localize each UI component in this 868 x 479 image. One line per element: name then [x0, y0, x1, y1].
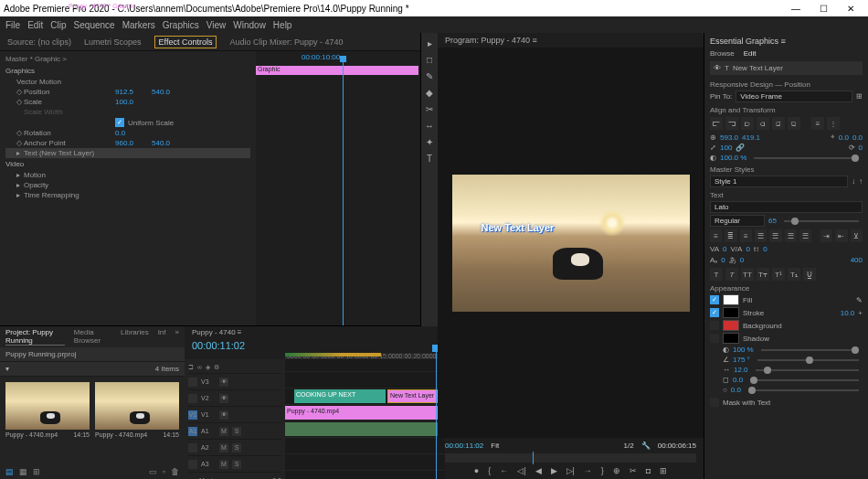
text-justify-last-left-icon[interactable]: ☰ [769, 229, 781, 242]
eg-tab-browse[interactable]: Browse [710, 49, 735, 58]
ec-playhead[interactable] [343, 60, 344, 325]
bg-swatch[interactable] [723, 320, 739, 331]
play-button[interactable]: ▶ [551, 466, 557, 475]
track-solo-a2[interactable]: S [232, 443, 241, 452]
text-justify-last-right-icon[interactable]: ☰ [799, 229, 811, 242]
align-center-v-icon[interactable]: ⫑ [772, 117, 785, 130]
eg-stroke-width[interactable]: 10.0 [841, 309, 855, 317]
text-align-right-icon[interactable]: ≡ [740, 229, 752, 242]
lift-button[interactable]: ⊕ [613, 466, 620, 475]
eg-sh-opacity[interactable]: 100 % [733, 346, 754, 354]
text-justify-last-center-icon[interactable]: ☰ [785, 229, 797, 242]
text-justify-icon[interactable]: ☰ [755, 229, 767, 242]
resolution-dropdown[interactable]: 1/2 [624, 442, 634, 450]
shadow-swatch[interactable] [723, 333, 739, 344]
menu-edit[interactable]: Edit [27, 20, 43, 30]
tab-effect-controls[interactable]: Effect Controls [154, 36, 217, 48]
eg-tracking[interactable]: 0 [723, 245, 726, 253]
track-target-a3[interactable] [188, 460, 197, 469]
track-target-a2[interactable] [188, 443, 197, 452]
timeline-playhead[interactable] [436, 345, 437, 479]
ec-timeline[interactable]: 00:00:10:00 Graphic [256, 51, 420, 325]
play-backward-button[interactable]: ◀ [535, 466, 542, 475]
text-align-left-icon[interactable]: ≡ [710, 229, 722, 242]
eg-tsume[interactable]: 0 [740, 256, 744, 264]
list-view-icon[interactable]: ▤ [5, 467, 14, 476]
track-mute-a1[interactable]: M [219, 427, 228, 436]
rectangle-tool-icon[interactable]: □ [424, 55, 435, 66]
wrench-icon[interactable]: 🔧 [641, 442, 651, 450]
clip-video-v1[interactable]: Puppy - 4740.mp4 [285, 406, 457, 420]
timeline-ruler[interactable]: :00 00:00:05:00 00:00:10:00 00:00:15:00 … [285, 353, 445, 359]
track-target-v2[interactable] [188, 394, 197, 403]
bg-checkbox[interactable] [710, 321, 719, 330]
text-overlay[interactable]: New Text Layer [482, 222, 555, 233]
align-center-h-icon[interactable]: ⫎ [725, 117, 738, 130]
indent-icon[interactable]: ⇥ [820, 229, 832, 242]
snap-icon[interactable]: ⊐ [188, 364, 194, 371]
eg-pos-x[interactable]: 593.0 [720, 133, 738, 142]
track-visible-v1[interactable]: 👁 [219, 410, 228, 420]
outdent-icon[interactable]: ⇤ [835, 229, 847, 242]
keyframe-icon[interactable]: ◇ [16, 129, 24, 137]
sh-ang-slider[interactable] [757, 359, 859, 361]
allcaps-icon[interactable]: TT [741, 268, 754, 281]
add-stroke-icon[interactable]: + [858, 309, 863, 317]
sh-op-slider[interactable] [761, 349, 859, 351]
link-icon[interactable]: ∞ [197, 364, 202, 370]
type-tool-icon[interactable]: T [424, 154, 435, 165]
clip-graphic-1[interactable]: COOKING UP NEXT [294, 389, 386, 403]
pin-grid-icon[interactable]: ⊞ [856, 92, 863, 101]
sh-size-slider[interactable] [750, 379, 859, 381]
eg-sh-dist[interactable]: 12.0 [734, 366, 748, 374]
track-target-a1[interactable]: A1 [188, 427, 197, 436]
menu-window[interactable]: Window [233, 20, 266, 30]
zoom-tool-icon[interactable]: ✦ [424, 137, 435, 148]
clip-audio-a1[interactable] [285, 422, 457, 436]
stroke-checkbox[interactable]: ✓ [710, 308, 719, 317]
timeline-timecode[interactable]: 00:00:11:02 [192, 340, 245, 351]
eg-anc-x[interactable]: 0.0 [839, 133, 849, 142]
eg-weight-num[interactable]: 400 [851, 256, 863, 264]
extract-button[interactable]: ✂ [630, 466, 637, 475]
fit-dropdown[interactable]: Fit [491, 442, 499, 450]
eg-anc-y[interactable]: 0.0 [852, 133, 863, 142]
ec-anchor-y[interactable]: 540.0 [152, 139, 188, 147]
minimize-button[interactable]: — [782, 4, 810, 14]
faux-italic-icon[interactable]: T [725, 268, 738, 281]
marker-icon[interactable]: ◈ [206, 364, 210, 371]
pen-tool-icon[interactable]: ✎ [424, 71, 435, 82]
tab-project[interactable]: Project: Puppy Running [5, 328, 65, 346]
eg-layer-item[interactable]: 👁 T New Text Layer [710, 61, 863, 75]
mask-checkbox[interactable] [710, 398, 719, 407]
track-mute-a3[interactable]: M [219, 460, 228, 469]
align-bottom-icon[interactable]: ⫒ [788, 117, 800, 130]
superscript-icon[interactable]: T¹ [772, 268, 785, 281]
hand-tool-icon[interactable]: ↔ [424, 121, 435, 132]
track-solo-a3[interactable]: S [232, 460, 241, 469]
eg-pos-y[interactable]: 419.1 [742, 133, 760, 142]
eg-baseline[interactable]: 0 [721, 256, 725, 264]
track-visible-v2[interactable]: 👁 [219, 394, 228, 403]
eg-scale[interactable]: 100 [720, 144, 732, 152]
eg-sh-angle[interactable]: 175 ° [733, 356, 750, 364]
mark-out-button[interactable]: } [601, 466, 604, 475]
keyframe-icon[interactable]: ◇ [16, 88, 24, 96]
maximize-button[interactable]: ☐ [810, 4, 837, 14]
eg-weight-select[interactable]: Regular [710, 215, 765, 227]
track-solo-a1[interactable]: S [232, 427, 241, 436]
mark-in-button[interactable]: { [488, 466, 491, 475]
stroke-swatch[interactable] [723, 307, 739, 318]
vertical-text-icon[interactable]: ⊻ [851, 229, 863, 242]
distribute-v-icon[interactable]: ⋮ [827, 117, 840, 130]
settings-icon[interactable]: ⚙ [214, 364, 219, 371]
overflow-icon[interactable]: » [175, 328, 179, 346]
icon-view-icon[interactable]: ▦ [19, 467, 27, 476]
eg-font-select[interactable]: Lato [710, 201, 863, 213]
menu-graphics[interactable]: Graphics [163, 20, 199, 30]
link-icon[interactable]: 🔗 [736, 144, 745, 152]
add-marker-button[interactable]: ● [474, 466, 479, 475]
step-forward-button[interactable]: ▷| [566, 466, 575, 475]
eg-opacity[interactable]: 100.0 % [720, 154, 746, 162]
eg-style-select[interactable]: Style 1 [710, 176, 848, 187]
